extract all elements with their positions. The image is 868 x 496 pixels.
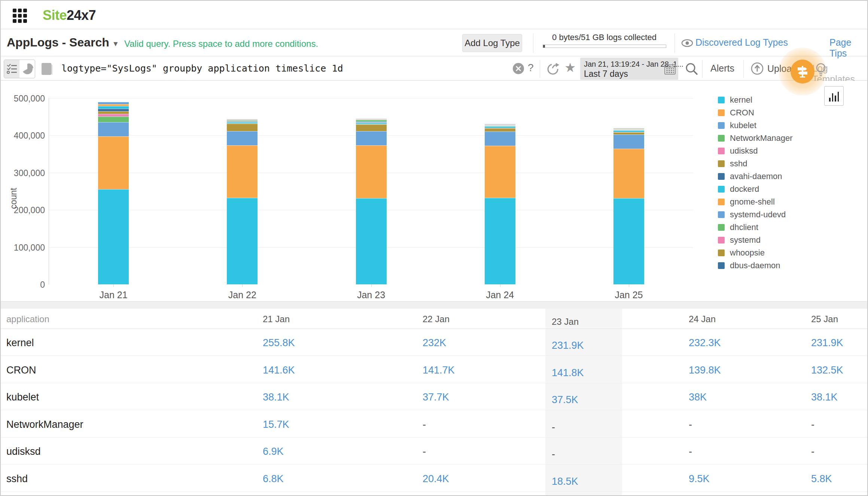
cell-value-link[interactable]: 231.9K (811, 337, 843, 349)
site24x7-logo[interactable]: Site24x7 (43, 7, 96, 23)
cell-value-link[interactable]: 20.4K (423, 473, 449, 485)
stacked-bar-jan-22[interactable] (227, 119, 258, 284)
cell-value-link[interactable]: 255.8K (263, 337, 295, 349)
share-query-icon[interactable] (546, 62, 560, 76)
bar-segment-kernel[interactable] (98, 189, 129, 284)
y-tick-label: 300,000 (4, 168, 45, 178)
cell-value-link[interactable]: 232K (423, 337, 446, 349)
cell-value-link[interactable]: 139.8K (689, 365, 721, 376)
section-divider-band (1, 301, 867, 309)
favorite-star-icon[interactable]: ★ (564, 60, 576, 75)
date-range-picker[interactable]: Jan 21, 13:19:24 - Jan 28, 1... Last 7 d… (580, 58, 678, 80)
bar-segment-kernel[interactable] (613, 198, 644, 285)
legend-label: avahi-daemon (730, 172, 782, 181)
bar-segment-CRON[interactable] (98, 136, 129, 189)
cell-value-link[interactable]: 132.5K (811, 365, 843, 376)
column-header-21-jan[interactable]: 21 Jan (263, 314, 290, 324)
bar-segment-kubelet[interactable] (613, 134, 644, 149)
saved-searches-book-icon[interactable] (40, 61, 53, 76)
table-row-CRON: CRON141.6K141.7K141.8K139.8K132.5K (1, 356, 867, 383)
cell-value-link[interactable]: 37.7K (423, 391, 449, 403)
cell-value-link[interactable]: 9.5K (689, 473, 710, 485)
bar-segment-sshd[interactable] (227, 124, 258, 131)
cell-value-link[interactable]: 38.1K (811, 391, 838, 403)
legend-item-dbus-daemon[interactable]: dbus-daemon (718, 261, 793, 269)
chart-type-bar-icon[interactable] (824, 86, 844, 106)
legend-item-dhclient[interactable]: dhclient (718, 223, 793, 231)
legend-item-whoopsie[interactable]: whoopsie (718, 249, 793, 257)
column-header-24-jan[interactable]: 24 Jan (689, 314, 716, 324)
bar-segment-NetworkManager[interactable] (98, 117, 129, 123)
cell-value-link[interactable]: 5.8K (811, 473, 832, 485)
upload-button[interactable]: Upload (751, 62, 797, 75)
bar-slot: Jan 22 (178, 98, 307, 284)
clear-query-icon[interactable] (512, 62, 525, 75)
cell-value-link[interactable]: 6.9K (263, 446, 284, 457)
legend-item-kubelet[interactable]: kubelet (718, 121, 793, 129)
column-header-23-jan[interactable]: 23 Jan (552, 317, 579, 327)
page-title: AppLogs - Search (7, 36, 109, 49)
list-view-icon[interactable] (4, 60, 19, 78)
column-header-application[interactable]: application (6, 314, 49, 324)
bar-segment-CRON[interactable] (356, 145, 387, 198)
cell-value-link[interactable]: 231.9K (552, 340, 584, 351)
search-icon[interactable] (685, 62, 698, 76)
search-query-input[interactable]: logtype="SysLogs" groupby application ti… (61, 63, 343, 74)
page-title-dropdown[interactable]: AppLogs - Search▾ (7, 36, 118, 49)
cell-value-link[interactable]: 6.8K (263, 473, 284, 485)
page-tips-link[interactable]: Page Tips (829, 37, 867, 59)
legend-item-avahi-daemon[interactable]: avahi-daemon (718, 172, 793, 180)
cell-value-link[interactable]: 141.6K (263, 365, 295, 376)
legend-label: dockerd (730, 184, 759, 194)
legend-item-systemd[interactable]: systemd (718, 236, 793, 244)
discovered-log-types-link[interactable]: Discovered Log Types (695, 37, 788, 48)
top-header-bar: Site24x7 (1, 1, 867, 29)
bar-segment-kernel[interactable] (356, 198, 387, 285)
add-log-type-button[interactable]: Add Log Type (462, 34, 522, 52)
bar-segment-sshd[interactable] (485, 128, 515, 131)
cell-value-link[interactable]: 232.3K (689, 337, 721, 349)
bar-segment-kubelet[interactable] (485, 131, 515, 146)
bar-segment-kernel[interactable] (485, 198, 515, 284)
legend-item-gnome-shell[interactable]: gnome-shell (718, 198, 793, 206)
stacked-bar-jan-23[interactable] (356, 119, 387, 284)
bar-segment-sshd[interactable] (356, 124, 387, 131)
column-header-22-jan[interactable]: 22 Jan (423, 314, 450, 324)
bar-segment-kernel[interactable] (227, 198, 258, 284)
legend-item-sshd[interactable]: sshd (718, 160, 793, 167)
cell-value-link[interactable]: 37.5K (552, 394, 578, 406)
stacked-bar-jan-24[interactable] (485, 124, 515, 284)
bar-segment-CRON[interactable] (485, 146, 515, 198)
alerts-button[interactable]: Alerts (710, 63, 734, 74)
cell-value-link[interactable]: 15.7K (263, 419, 289, 430)
bar-segment-CRON[interactable] (227, 145, 258, 198)
cell-value-link[interactable]: 18.5K (552, 476, 578, 487)
signpost-icon[interactable] (791, 60, 814, 84)
bar-segment-sshd[interactable] (98, 111, 129, 114)
stacked-bar-jan-21[interactable] (98, 102, 129, 284)
bar-segment-kubelet[interactable] (98, 122, 129, 136)
result-view-toggle (4, 60, 35, 78)
bar-segment-udisksd[interactable] (98, 114, 129, 117)
pie-view-icon[interactable] (19, 60, 35, 78)
bar-segment-kubelet[interactable] (356, 131, 387, 145)
legend-item-CRON[interactable]: CRON (718, 109, 793, 117)
bar-segment-dockerd[interactable] (98, 106, 129, 109)
legend-label: sshd (730, 159, 747, 169)
cell-value-link[interactable]: 141.8K (552, 367, 584, 379)
legend-item-systemd-udevd[interactable]: systemd-udevd (718, 211, 793, 218)
cell-value-link[interactable]: 38.1K (263, 391, 289, 403)
cell-value-link[interactable]: 141.7K (423, 365, 455, 376)
legend-item-dockerd[interactable]: dockerd (718, 185, 793, 193)
query-help-icon[interactable]: ? (528, 62, 534, 74)
lightbulb-icon[interactable] (815, 63, 826, 79)
cell-value-link[interactable]: 38K (689, 391, 707, 403)
legend-item-udisksd[interactable]: udisksd (718, 147, 793, 155)
legend-item-NetworkManager[interactable]: NetworkManager (718, 134, 793, 142)
stacked-bar-jan-25[interactable] (613, 128, 644, 284)
app-launcher-grid-icon[interactable] (13, 9, 27, 23)
column-header-25-jan[interactable]: 25 Jan (811, 314, 838, 324)
bar-segment-CRON[interactable] (613, 149, 644, 198)
bar-segment-kubelet[interactable] (227, 131, 258, 145)
legend-item-kernel[interactable]: kernel (718, 96, 793, 104)
